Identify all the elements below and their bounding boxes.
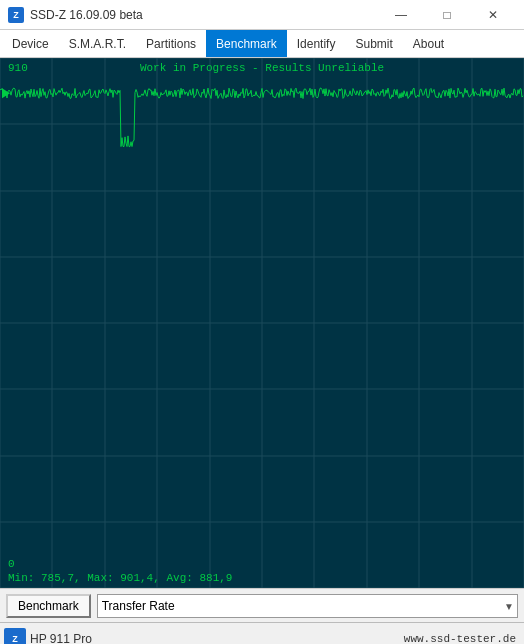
chart-stats: Min: 785,7, Max: 901,4, Avg: 881,9	[8, 572, 232, 584]
chart-type-select[interactable]: Transfer Rate IOPS Access Time	[97, 594, 518, 618]
menu-benchmark[interactable]: Benchmark	[206, 30, 287, 57]
chart-warning: Work in Progress - Results Unreliable	[0, 62, 524, 74]
menu-partitions[interactable]: Partitions	[136, 30, 206, 57]
status-bar: Z HP 911 Pro www.ssd-tester.de	[0, 622, 524, 644]
menu-identify[interactable]: Identify	[287, 30, 346, 57]
title-bar: Z SSD-Z 16.09.09 beta — □ ✕	[0, 0, 524, 30]
chart-min-value: 0	[8, 558, 15, 570]
maximize-button[interactable]: □	[424, 0, 470, 30]
minimize-button[interactable]: —	[378, 0, 424, 30]
status-app-icon: Z	[4, 628, 26, 645]
app-icon: Z	[8, 7, 24, 23]
benchmark-button[interactable]: Benchmark	[6, 594, 91, 618]
window-controls: — □ ✕	[378, 0, 516, 30]
menu-about[interactable]: About	[403, 30, 454, 57]
status-device-name: HP 911 Pro	[30, 632, 400, 645]
app-title: SSD-Z 16.09.09 beta	[30, 8, 143, 22]
title-left: Z SSD-Z 16.09.09 beta	[8, 7, 143, 23]
benchmark-chart	[0, 58, 524, 588]
close-button[interactable]: ✕	[470, 0, 516, 30]
chart-area: 910 Work in Progress - Results Unreliabl…	[0, 58, 524, 588]
dropdown-container: Transfer Rate IOPS Access Time ▼	[97, 594, 518, 618]
status-url: www.ssd-tester.de	[404, 633, 516, 645]
menu-bar: Device S.M.A.R.T. Partitions Benchmark I…	[0, 30, 524, 58]
bottom-toolbar: Benchmark Transfer Rate IOPS Access Time…	[0, 588, 524, 622]
menu-device[interactable]: Device	[2, 30, 59, 57]
menu-smart[interactable]: S.M.A.R.T.	[59, 30, 136, 57]
menu-submit[interactable]: Submit	[345, 30, 402, 57]
